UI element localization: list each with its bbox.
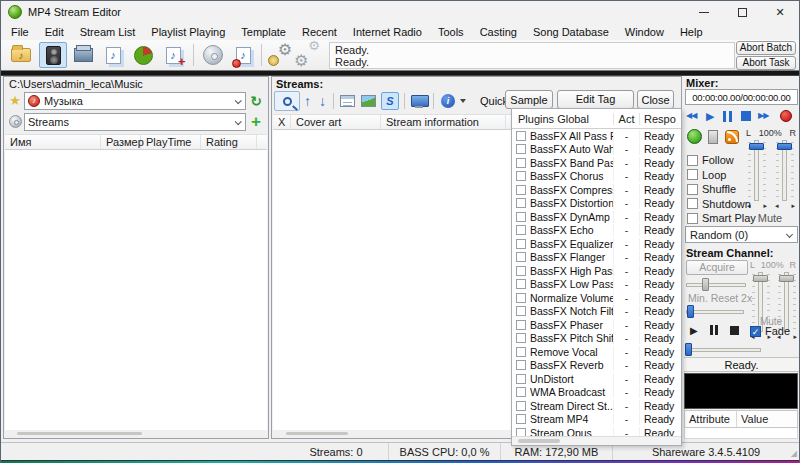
- resize-grip-icon[interactable]: ◢: [791, 449, 797, 458]
- plugin-checkbox[interactable]: [516, 347, 526, 357]
- menu-item[interactable]: Internet Radio: [345, 25, 430, 39]
- plugin-checkbox[interactable]: [516, 306, 526, 316]
- fast-forward-button[interactable]: ▶▶: [758, 108, 768, 124]
- plugins-column-act[interactable]: Act: [613, 113, 639, 125]
- minimize-button[interactable]: [685, 1, 723, 23]
- checkbox[interactable]: [687, 198, 698, 209]
- edit-tag-details-button[interactable]: Edit Tag Details: [557, 90, 634, 109]
- column-cover-art[interactable]: Cover art: [291, 115, 381, 129]
- plugin-row[interactable]: BassFX Equalizer - Ready: [512, 237, 681, 251]
- close-button[interactable]: Close: [637, 90, 674, 109]
- plugin-checkbox[interactable]: [516, 279, 526, 289]
- slider-thumb[interactable]: [753, 275, 768, 282]
- menu-item[interactable]: Window: [617, 25, 672, 39]
- list-view-button[interactable]: [340, 95, 355, 107]
- plugins-column-name[interactable]: Plugins Global: [512, 113, 613, 125]
- menu-item[interactable]: Tools: [430, 25, 472, 39]
- internet-icon[interactable]: [687, 129, 702, 144]
- mixer-option-row[interactable]: Shuffle: [687, 182, 756, 197]
- move-down-button[interactable]: ↓: [315, 91, 330, 111]
- menu-item[interactable]: Template: [233, 25, 294, 39]
- move-up-button[interactable]: ↑: [300, 91, 315, 111]
- column-playtime[interactable]: PlayTime: [141, 135, 201, 149]
- plugin-checkbox[interactable]: [516, 428, 526, 436]
- checkbox[interactable]: [687, 169, 698, 180]
- statistics-button[interactable]: [129, 42, 157, 68]
- checkbox[interactable]: [687, 184, 698, 195]
- plugin-row[interactable]: BassFX Reverb - Ready: [512, 359, 681, 373]
- info-button[interactable]: i: [441, 94, 455, 108]
- slider-thumb[interactable]: [777, 143, 792, 150]
- plugin-checkbox[interactable]: [516, 293, 526, 303]
- plugins-column-response[interactable]: Respo: [639, 113, 681, 125]
- slider-thumb[interactable]: [702, 278, 709, 291]
- menu-item[interactable]: Help: [672, 25, 711, 39]
- menu-item[interactable]: File: [3, 25, 37, 39]
- column-attribute[interactable]: Attribute: [685, 411, 737, 427]
- close-button[interactable]: ✕: [761, 1, 799, 23]
- view-combobox[interactable]: Streams: [24, 113, 246, 131]
- stop-button[interactable]: [741, 108, 751, 124]
- plugin-row[interactable]: BassFX Low Pass... - Ready: [512, 278, 681, 292]
- plugin-checkbox[interactable]: [516, 198, 526, 208]
- playback-mode-combobox[interactable]: Random (0): [685, 226, 798, 243]
- plugin-checkbox[interactable]: [516, 333, 526, 343]
- plugin-row[interactable]: BassFX DynAmp - Ready: [512, 210, 681, 224]
- playlist-button[interactable]: ♪: [99, 42, 127, 68]
- abort-task-button[interactable]: Abort Task: [736, 56, 796, 70]
- rss-icon[interactable]: [725, 130, 739, 144]
- column-rating[interactable]: Rating: [201, 135, 257, 149]
- add-tracks-button[interactable]: ♪+: [159, 42, 187, 68]
- plugin-row[interactable]: BassFX Flanger - Ready: [512, 251, 681, 265]
- channel-stop-button[interactable]: [730, 322, 739, 338]
- plugin-checkbox[interactable]: [516, 266, 526, 276]
- plugin-checkbox[interactable]: [516, 131, 526, 141]
- horizontal-scrollbar[interactable]: [17, 432, 142, 435]
- slider-thumb[interactable]: [685, 343, 692, 356]
- plugin-checkbox[interactable]: [516, 414, 526, 424]
- plugin-row[interactable]: BassFX Auto Wah - Ready: [512, 143, 681, 157]
- search-button[interactable]: [274, 91, 300, 111]
- slider-thumb[interactable]: [749, 143, 764, 150]
- record-track-button[interactable]: ♪: [229, 42, 257, 68]
- cd-button[interactable]: [199, 42, 227, 68]
- refresh-button[interactable]: ↻: [246, 93, 266, 109]
- plugin-checkbox[interactable]: [516, 239, 526, 249]
- plugin-checkbox[interactable]: [516, 401, 526, 411]
- menu-item[interactable]: Playlist Playing: [143, 25, 233, 39]
- plugin-row[interactable]: UnDistort - Ready: [512, 372, 681, 386]
- mixer-option-row[interactable]: Follow: [687, 153, 756, 168]
- plugin-row[interactable]: BassFX Chorus - Ready: [512, 170, 681, 184]
- plugin-row[interactable]: BassFX Pitch Shift - Ready: [512, 332, 681, 346]
- plugin-row[interactable]: BassFX Phaser - Ready: [512, 318, 681, 332]
- menu-item[interactable]: Recent: [294, 25, 345, 39]
- plugin-checkbox[interactable]: [516, 225, 526, 235]
- scrollbar-thumb[interactable]: [518, 439, 560, 443]
- slider-thumb[interactable]: [779, 275, 794, 282]
- speaker-button[interactable]: [39, 42, 67, 68]
- column-value[interactable]: Value: [737, 411, 797, 427]
- volume-slider-right[interactable]: [774, 140, 796, 201]
- checkbox[interactable]: [687, 155, 698, 166]
- mixer-option-row[interactable]: Shutdown: [687, 197, 756, 212]
- library-button[interactable]: [69, 42, 97, 68]
- column-stream-information[interactable]: Stream information: [381, 115, 506, 129]
- plugin-checkbox[interactable]: [516, 320, 526, 330]
- open-folder-button[interactable]: ♪: [7, 42, 35, 68]
- seek-slider[interactable]: [686, 305, 744, 318]
- slider-thumb[interactable]: [687, 305, 694, 318]
- plugin-row[interactable]: BassFX All Pass Fi... - Ready: [512, 129, 681, 143]
- plugin-checkbox[interactable]: [516, 387, 526, 397]
- mixer-option-row[interactable]: Loop: [687, 168, 756, 183]
- menu-item[interactable]: Edit: [37, 25, 72, 39]
- plugin-checkbox[interactable]: [516, 212, 526, 222]
- plugin-row[interactable]: Stream MP4 - Ready: [512, 413, 681, 427]
- dropdown-caret-icon[interactable]: [460, 99, 466, 103]
- position-slider[interactable]: [686, 278, 746, 291]
- menu-item[interactable]: Stream List: [72, 25, 144, 39]
- plugin-row[interactable]: Normalize Volume - Ready: [512, 291, 681, 305]
- plugin-row[interactable]: BassFX High Pass... - Ready: [512, 264, 681, 278]
- plugin-row[interactable]: BassFX Band Pas... - Ready: [512, 156, 681, 170]
- fade-option[interactable]: ✓ Fade: [750, 325, 790, 337]
- plugins-horizontal-scrollbar[interactable]: [512, 436, 681, 445]
